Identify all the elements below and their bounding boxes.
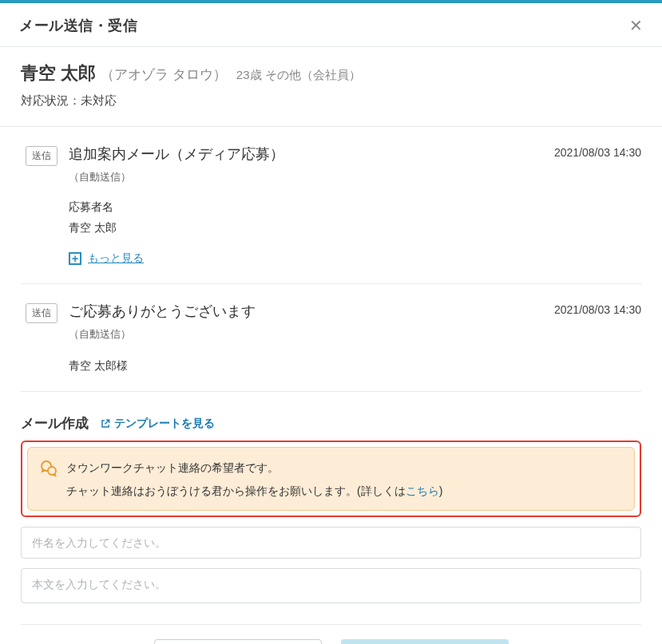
message-list: 送信 追加案内メール（メディア応募） 2021/08/03 14:30 （自動送… bbox=[21, 141, 641, 392]
message-field-value: 青空 太郎 bbox=[69, 221, 641, 235]
highlight-box: タウンワークチャット連絡の希望者です。 チャット連絡はおうぼうける君から操作をお… bbox=[21, 441, 641, 517]
status-line: 対応状況：未対応 bbox=[21, 93, 641, 109]
person-line: 青空 太郎 （アオゾラ タロウ） 23歳 その他（会社員） bbox=[21, 61, 641, 85]
external-link-icon bbox=[100, 418, 111, 429]
content-area: 青空 太郎 （アオゾラ タロウ） 23歳 その他（会社員） 対応状況：未対応 送… bbox=[0, 47, 662, 406]
notice-line2b: ) bbox=[439, 484, 443, 497]
send-button[interactable]: メールを送信する bbox=[341, 639, 509, 644]
mail-dialog: { "header": { "title": "メール送信・受信" }, "pe… bbox=[0, 0, 662, 644]
message-auto-label: （自動送信） bbox=[69, 327, 641, 342]
message-line: 青空 太郎様 bbox=[69, 359, 641, 373]
message-subject: ご応募ありがとうございます bbox=[69, 302, 256, 321]
close-icon[interactable]: ✕ bbox=[629, 18, 643, 34]
message-date: 2021/08/03 14:30 bbox=[554, 303, 641, 316]
body-input[interactable] bbox=[21, 568, 641, 603]
chat-bubbles-icon bbox=[39, 459, 58, 478]
notice-line1: タウンワークチャット連絡の希望者です。 bbox=[66, 461, 279, 476]
show-more-link[interactable]: + もっと見る bbox=[69, 251, 144, 266]
message-subject: 追加案内メール（メディア応募） bbox=[69, 144, 284, 164]
status-value: 未対応 bbox=[81, 93, 117, 107]
person-name: 青空 太郎 bbox=[21, 61, 96, 85]
divider bbox=[0, 126, 662, 127]
footer-actions: キャンセル メールを送信する bbox=[21, 625, 641, 644]
message-item: 送信 ご応募ありがとうございます 2021/08/03 14:30 （自動送信）… bbox=[21, 298, 641, 392]
plus-icon: + bbox=[69, 252, 81, 265]
subject-input[interactable] bbox=[21, 527, 641, 559]
message-item: 送信 追加案内メール（メディア応募） 2021/08/03 14:30 （自動送… bbox=[21, 141, 641, 284]
dialog-title: メール送信・受信 bbox=[19, 16, 137, 35]
cancel-button[interactable]: キャンセル bbox=[154, 639, 322, 644]
direction-badge: 送信 bbox=[26, 146, 57, 166]
show-more-label: もっと見る bbox=[88, 251, 144, 266]
person-meta: 23歳 その他（会社員） bbox=[236, 68, 361, 83]
message-body: ご応募ありがとうございます 2021/08/03 14:30 （自動送信） 青空… bbox=[69, 302, 641, 373]
notice-line2a: チャット連絡はおうぼうける君から操作をお願いします。(詳しくは bbox=[66, 484, 406, 497]
message-body: 追加案内メール（メディア応募） 2021/08/03 14:30 （自動送信） … bbox=[69, 144, 641, 266]
message-field-label: 応募者名 bbox=[69, 200, 641, 215]
compose-title: メール作成 bbox=[21, 414, 89, 433]
chat-notice: タウンワークチャット連絡の希望者です。 チャット連絡はおうぼうける君から操作をお… bbox=[27, 447, 635, 511]
status-label: 対応状況： bbox=[21, 93, 81, 107]
person-kana: （アオゾラ タロウ） bbox=[101, 65, 227, 84]
template-link-label: テンプレートを見る bbox=[114, 417, 215, 431]
dialog-header: メール送信・受信 ✕ bbox=[0, 3, 662, 47]
template-link[interactable]: テンプレートを見る bbox=[100, 417, 215, 431]
compose-area: メール作成 テンプレートを見る タウンワークチャット連絡の希望者です。 bbox=[0, 406, 662, 644]
message-auto-label: （自動送信） bbox=[69, 170, 641, 184]
message-date: 2021/08/03 14:30 bbox=[554, 146, 641, 159]
notice-link[interactable]: こちら bbox=[406, 484, 439, 497]
direction-badge: 送信 bbox=[26, 303, 57, 323]
